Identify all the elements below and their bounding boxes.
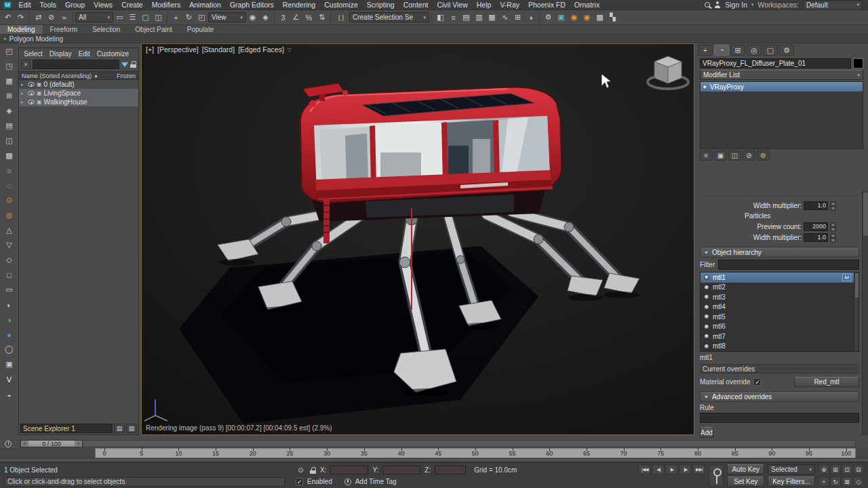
side-toolbar-icon[interactable]: ▭ — [3, 283, 16, 296]
side-toolbar-icon[interactable]: ◑ — [3, 313, 16, 326]
search-input[interactable] — [33, 60, 119, 69]
create-selection-set-dropdown[interactable]: Create Selection Se ▾ — [349, 12, 429, 22]
redo-icon[interactable]: ↷ — [14, 12, 27, 24]
menu-item[interactable]: Create — [117, 1, 148, 9]
object-hierarchy-rollout[interactable]: ▼ Object hierarchy — [700, 247, 859, 258]
side-toolbar-icon[interactable]: ▽ — [3, 239, 16, 251]
side-toolbar-icon[interactable]: ▦ — [3, 75, 16, 87]
track-bar-ruler[interactable]: 0510152025303540455055606570758085909510… — [95, 448, 856, 458]
vray-icon[interactable]: V — [3, 373, 16, 386]
menu-item[interactable]: Help — [472, 1, 496, 9]
window-crossing-icon[interactable]: ◫ — [152, 12, 165, 24]
object-name-field[interactable]: VRayProxy_FL_Diffuser_Plate_01 — [700, 58, 851, 68]
auto-key-button[interactable]: Auto Key — [727, 464, 764, 474]
override-material-button[interactable]: Red_mtl — [794, 377, 859, 387]
zoom-icon[interactable]: ⊕ — [818, 464, 829, 474]
key-selection-dropdown[interactable]: Selected ▾ — [768, 464, 815, 474]
expand-arrow-icon[interactable]: ▸ — [21, 91, 26, 96]
material-list-item[interactable]: mtl4 — [701, 302, 859, 312]
menu-item[interactable]: Content — [399, 1, 433, 9]
enabled-checkbox[interactable]: ✓ — [296, 478, 303, 485]
menu-item[interactable]: Graph Editors — [225, 1, 278, 9]
next-frame-arrow[interactable]: > — [75, 441, 82, 447]
select-and-link-icon[interactable]: ⇄ — [32, 12, 45, 24]
play-button[interactable]: ▶ — [665, 464, 678, 474]
viewport-canvas[interactable] — [142, 44, 694, 434]
pan-icon[interactable]: + — [818, 476, 829, 487]
preview-count-field[interactable]: 2000 — [804, 222, 828, 231]
motion-tab[interactable]: ◎ — [747, 45, 762, 56]
ribbon-group-label[interactable]: Polygon Modeling — [9, 35, 64, 43]
visibility-eye-icon[interactable] — [28, 100, 35, 104]
utilities-tab[interactable]: ⚙ — [779, 45, 794, 56]
viewport-label-arrow-icon[interactable]: ▽ — [288, 47, 292, 53]
show-end-result-icon[interactable]: ▣ — [714, 150, 727, 161]
bind-to-space-warp-icon[interactable]: ≈ — [58, 12, 71, 24]
scene-explorer-menu-item[interactable]: Select — [24, 50, 43, 58]
side-toolbar-icon[interactable]: ◍ — [3, 209, 16, 222]
material-listbox[interactable]: mtl1 M mtl2 mtl3 mtl4 — [700, 272, 859, 352]
menu-item[interactable]: Tools — [35, 1, 61, 9]
chevron-down-icon[interactable]: ▾ — [751, 2, 754, 7]
spinner-arrows[interactable]: ▲▼ — [830, 233, 836, 242]
rule-input[interactable] — [700, 413, 859, 423]
side-toolbar-icon[interactable]: ◈ — [3, 104, 16, 117]
scene-explorer-column-header[interactable]: Name (Sorted Ascending) ▲ Frozen — [19, 71, 138, 80]
scene-explorer-menu-item[interactable]: Customize — [97, 50, 129, 58]
y-coordinate-field[interactable] — [382, 466, 420, 474]
selection-region-icon[interactable]: ▢ — [139, 12, 152, 24]
side-toolbar-icon[interactable]: ▤ — [3, 119, 16, 132]
command-panel-scrollbar[interactable] — [862, 191, 868, 435]
zoom-region-icon[interactable]: ⊟ — [853, 464, 864, 474]
spinner-arrows[interactable]: ▲▼ — [830, 222, 836, 231]
remove-modifier-icon[interactable]: ⊘ — [743, 150, 755, 161]
add-time-tag[interactable]: Add Time Tag — [355, 478, 397, 485]
zoom-extents-icon[interactable]: ⊡ — [842, 464, 852, 474]
side-toolbar-icon[interactable]: ● — [3, 328, 16, 341]
key-filters-button[interactable]: Key Filters... — [768, 476, 815, 487]
use-pivot-center-icon[interactable]: ◉ — [246, 12, 259, 24]
checker-icon[interactable]: ▚ — [606, 12, 619, 24]
material-list-item[interactable]: mtl5 — [701, 312, 859, 322]
material-list-item[interactable]: mtl2 — [701, 283, 859, 293]
hierarchy-filter-input[interactable] — [718, 260, 859, 270]
modifier-stack-item[interactable]: VRayProxy — [701, 82, 863, 92]
scene-explorer-row[interactable]: ▸ ▣ WalkingHouse — [19, 98, 138, 106]
ribbon-tab[interactable]: Modeling — [0, 25, 43, 34]
side-toolbar-icon[interactable]: ◰ — [3, 45, 16, 58]
menu-item[interactable]: Phoenix FD — [524, 1, 570, 9]
layer-explorer-toggle-icon[interactable]: ▥ — [473, 12, 486, 24]
modifier-stack[interactable]: VRayProxy — [700, 81, 863, 149]
spinner-snap-icon[interactable]: ⇅ — [315, 12, 328, 24]
visibility-eye-icon[interactable] — [28, 82, 35, 87]
menu-item[interactable]: Customize — [320, 1, 363, 9]
align-icon[interactable]: ≡ — [447, 12, 460, 24]
material-list-item[interactable]: mtl8 — [701, 342, 859, 352]
z-coordinate-field[interactable] — [435, 466, 466, 474]
material-list-item[interactable]: mtl3 — [701, 292, 859, 302]
snaps-toggle-3d-icon[interactable]: 3 — [277, 12, 290, 24]
material-editor-icon[interactable]: ◑ — [524, 12, 537, 24]
modify-tab[interactable]: ◔ — [714, 45, 729, 56]
side-toolbar-icon[interactable]: ◒ — [3, 388, 16, 401]
expand-arrow-icon[interactable]: ▸ — [21, 82, 26, 87]
app-icon[interactable]: M — [3, 1, 12, 9]
selection-lock-icon[interactable] — [310, 467, 316, 474]
scene-explorer-name-field[interactable]: Scene Explorer 1 — [20, 424, 113, 433]
filter-funnel-icon[interactable] — [121, 62, 128, 67]
create-tab[interactable]: + — [698, 45, 713, 56]
side-toolbar-icon[interactable]: ◇ — [3, 253, 16, 266]
select-and-rotate-icon[interactable]: ↻ — [182, 12, 195, 24]
previous-frame-arrow[interactable]: < — [21, 441, 28, 447]
maximize-viewport-icon[interactable]: ⊠ — [842, 476, 852, 487]
side-toolbar-icon[interactable]: ⊙ — [3, 194, 16, 207]
menu-item[interactable]: V-Ray — [496, 1, 524, 9]
selection-filter-dropdown[interactable]: All ▾ — [75, 12, 113, 22]
material-list-item[interactable]: mtl7 — [701, 331, 859, 342]
next-frame-button[interactable]: |▶ — [679, 464, 692, 474]
pin-stack-icon[interactable]: ≡ — [700, 150, 713, 161]
side-toolbar-icon[interactable]: ⊞ — [3, 89, 16, 102]
side-toolbar-icon[interactable]: ▣ — [3, 358, 16, 371]
field-of-view-icon[interactable]: ◇ — [853, 476, 864, 487]
scene-explorer-row[interactable]: ▸ ▣ LivingSpace — [19, 89, 138, 98]
